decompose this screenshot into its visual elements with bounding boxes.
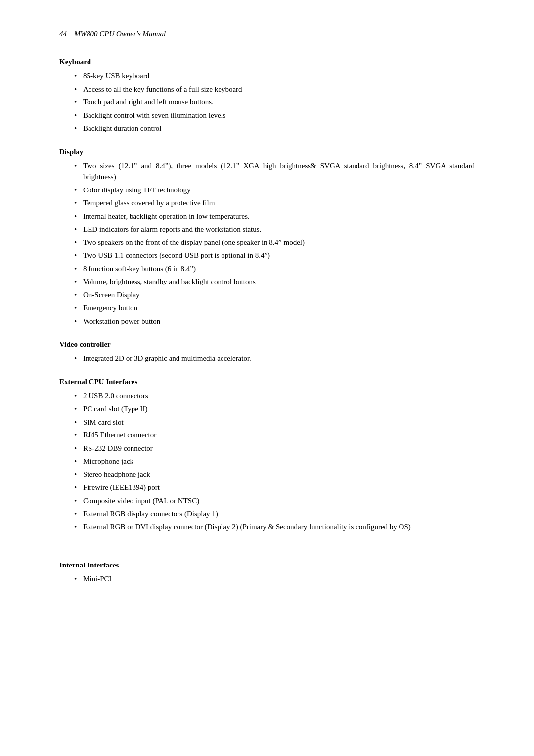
list-item: Stereo headphone jack (74, 469, 475, 480)
internal-interfaces-title: Internal Interfaces (59, 561, 475, 569)
external-cpu-interfaces-section: External CPU Interfaces 2 USB 2.0 connec… (59, 378, 475, 533)
list-item: RJ45 Ethernet connector (74, 429, 475, 441)
list-item: Color display using TFT technology (74, 185, 475, 196)
list-item: Tempered glass covered by a protective f… (74, 197, 475, 209)
spacer (59, 546, 475, 561)
display-list: Two sizes (12.1” and 8.4”), three models… (59, 160, 475, 327)
list-item: Access to all the key functions of a ful… (74, 84, 475, 95)
list-item: Mini-PCI (74, 573, 475, 585)
list-item: External RGB display connectors (Display… (74, 508, 475, 520)
page-header: 44 MW800 CPU Owner's Manual (59, 30, 475, 38)
list-item: On-Screen Display (74, 289, 475, 301)
list-item: Two USB 1.1 connectors (second USB port … (74, 250, 475, 261)
list-item: PC card slot (Type II) (74, 403, 475, 415)
list-item: 85-key USB keyboard (74, 70, 475, 82)
internal-interfaces-section: Internal Interfaces Mini-PCI (59, 561, 475, 585)
list-item: Integrated 2D or 3D graphic and multimed… (74, 353, 475, 364)
video-controller-title: Video controller (59, 340, 475, 349)
display-section: Display Two sizes (12.1” and 8.4”), thre… (59, 148, 475, 327)
keyboard-title: Keyboard (59, 58, 475, 66)
video-controller-list: Integrated 2D or 3D graphic and multimed… (59, 353, 475, 364)
list-item: Backlight control with seven illuminatio… (74, 110, 475, 121)
video-controller-section: Video controller Integrated 2D or 3D gra… (59, 340, 475, 364)
list-item: 2 USB 2.0 connectors (74, 390, 475, 402)
list-item: Composite video input (PAL or NTSC) (74, 495, 475, 507)
list-item: Firewire (IEEE1394) port (74, 482, 475, 493)
list-item: Internal heater, backlight operation in … (74, 211, 475, 222)
list-item: Emergency button (74, 302, 475, 314)
list-item: 8 function soft-key buttons (6 in 8.4”) (74, 263, 475, 275)
list-item: Touch pad and right and left mouse butto… (74, 96, 475, 108)
list-item: Two speakers on the front of the display… (74, 237, 475, 248)
keyboard-list: 85-key USB keyboard Access to all the ke… (59, 70, 475, 134)
manual-title: MW800 CPU Owner's Manual (74, 30, 166, 38)
list-item: LED indicators for alarm reports and the… (74, 224, 475, 235)
list-item: Microphone jack (74, 456, 475, 467)
list-item: SIM card slot (74, 417, 475, 428)
internal-interfaces-list: Mini-PCI (59, 573, 475, 585)
external-cpu-interfaces-list: 2 USB 2.0 connectors PC card slot (Type … (59, 390, 475, 533)
list-item: Workstation power button (74, 316, 475, 327)
list-item: Volume, brightness, standby and backligh… (74, 276, 475, 287)
list-item: RS-232 DB9 connector (74, 443, 475, 454)
list-item: External RGB or DVI display connector (D… (74, 521, 475, 533)
page: 44 MW800 CPU Owner's Manual Keyboard 85-… (0, 0, 534, 756)
display-title: Display (59, 148, 475, 156)
list-item: Two sizes (12.1” and 8.4”), three models… (74, 160, 475, 183)
external-cpu-interfaces-title: External CPU Interfaces (59, 378, 475, 386)
keyboard-section: Keyboard 85-key USB keyboard Access to a… (59, 58, 475, 134)
list-item: Backlight duration control (74, 123, 475, 134)
page-number: 44 (59, 30, 67, 38)
